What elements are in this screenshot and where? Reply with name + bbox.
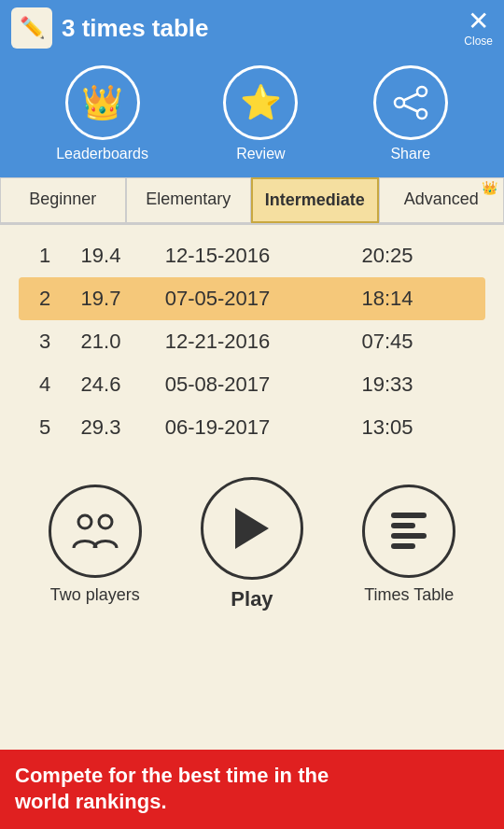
table-row: 4 24.6 05-08-2017 19:33 [19,363,485,406]
times-table-button[interactable]: Times Table [362,485,455,605]
date-3: 12-21-2016 [138,330,297,354]
svg-point-0 [417,87,427,96]
two-players-icon [49,485,142,578]
leaderboards-icon: 👑 [65,65,140,140]
time-4: 19:33 [297,372,478,397]
bottom-actions: Two players Play Times Table [0,458,504,621]
svg-point-6 [99,515,112,528]
score-4: 24.6 [63,372,138,397]
tab-beginner[interactable]: Beginner [0,177,126,223]
share-label: Share [390,146,430,162]
svg-point-5 [78,515,91,528]
two-players-label: Two players [50,585,140,605]
bottom-banner: Compete for the best time in the world r… [0,750,504,829]
table-row: 5 29.3 06-19-2017 13:05 [19,406,485,449]
crown-icon: 👑 [482,180,497,195]
svg-line-4 [403,105,417,112]
score-1: 19.4 [63,244,138,268]
score-3: 21.0 [63,330,138,354]
table-row: 1 19.4 12-15-2016 20:25 [19,234,485,277]
app-icon: ✏️ [11,7,52,49]
close-button[interactable]: ✕ Close [464,8,493,48]
times-table-label: Times Table [364,585,454,605]
table-row: 3 21.0 12-21-2016 07:45 [19,320,485,363]
date-5: 06-19-2017 [138,415,297,440]
leaderboards-label: Leaderboards [56,146,148,162]
svg-point-1 [417,109,427,119]
table-row: 2 19.7 07-05-2017 18:14 [19,277,485,320]
date-2: 07-05-2017 [138,287,297,311]
score-2: 19.7 [63,287,138,311]
play-button[interactable]: Play [201,477,303,611]
times-table-icon [362,485,455,578]
app-title: 3 times table [62,14,209,43]
time-1: 20:25 [297,244,478,268]
share-icon [373,65,448,140]
time-5: 13:05 [297,415,478,440]
close-label: Close [464,35,493,48]
review-icon: ⭐ [223,65,298,140]
rank-1: 1 [26,244,63,268]
tab-advanced[interactable]: 👑 Advanced [379,177,505,223]
share-button[interactable]: Share [373,65,448,162]
tab-elementary[interactable]: Elementary [126,177,252,223]
close-icon: ✕ [468,8,489,35]
rank-2: 2 [26,287,63,311]
rank-3: 3 [26,330,63,354]
svg-point-2 [395,98,404,107]
review-button[interactable]: ⭐ Review [223,65,298,162]
svg-line-3 [403,94,417,101]
rank-4: 4 [26,372,63,397]
two-players-button[interactable]: Two players [49,485,142,605]
difficulty-tabs: Beginner Elementary Intermediate 👑 Advan… [0,177,504,225]
header-left: ✏️ 3 times table [11,7,209,49]
time-2: 18:14 [297,287,478,311]
leaderboards-button[interactable]: 👑 Leaderboards [56,65,148,162]
review-label: Review [236,146,285,162]
banner-line2: world rankings. [15,789,489,816]
tab-intermediate[interactable]: Intermediate [251,177,379,223]
time-3: 07:45 [297,330,478,354]
rank-5: 5 [26,415,63,440]
date-4: 05-08-2017 [138,372,297,397]
play-label: Play [231,587,273,611]
leaderboard-section: 1 19.4 12-15-2016 20:25 2 19.7 07-05-201… [0,225,504,458]
date-1: 12-15-2016 [138,244,297,268]
top-icons-bar: 👑 Leaderboards ⭐ Review Share [0,56,504,177]
play-icon [201,477,303,580]
banner-line1: Compete for the best time in the [15,763,489,790]
app-header: ✏️ 3 times table ✕ Close [0,0,504,56]
score-5: 29.3 [63,415,138,440]
